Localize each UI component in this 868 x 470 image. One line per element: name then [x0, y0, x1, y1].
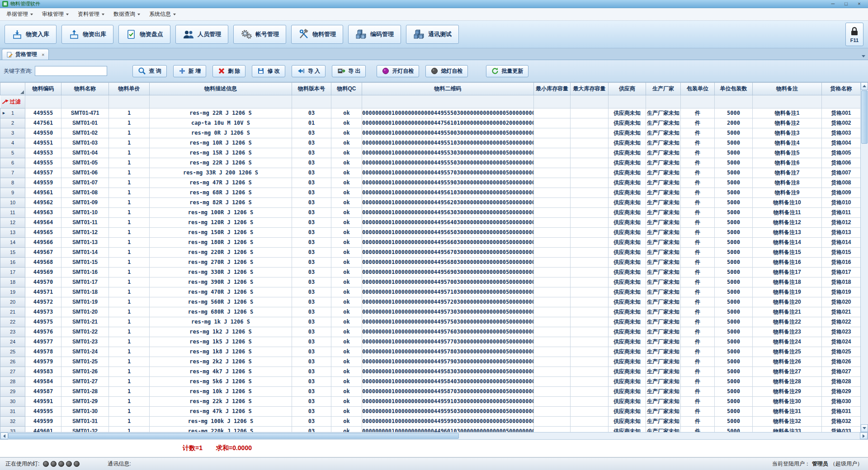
cell-max[interactable] — [571, 178, 609, 188]
cell-price[interactable]: 1 — [109, 228, 150, 238]
cell-pkg[interactable]: 5000 — [715, 208, 753, 218]
cell-name[interactable]: SMT01-08 — [61, 188, 109, 198]
cell-note[interactable]: 物料备注8 — [753, 178, 822, 188]
cell-qr[interactable]: 0000000001000000000000449555030000000000… — [362, 108, 534, 118]
filter-cell-shelf[interactable] — [822, 95, 861, 108]
cell-note[interactable]: 物料备注25 — [753, 347, 822, 357]
row-header[interactable]: 15 — [0, 248, 25, 258]
cell-qc[interactable]: ok — [331, 387, 362, 397]
cell-note[interactable]: 物料备注4 — [753, 138, 822, 148]
cell-note[interactable]: 物料备注13 — [753, 228, 822, 238]
filter-cell-price[interactable] — [109, 95, 150, 108]
cell-qr[interactable]: 0000000001000000000000449564030000000000… — [362, 218, 534, 228]
table-row[interactable]: 29449587SMT01-281res-mg 10k J 1206 S03ok… — [0, 387, 861, 397]
cell-shelf[interactable]: 货格033 — [822, 427, 861, 432]
row-header[interactable]: 5 — [0, 148, 25, 158]
cell-pkg[interactable]: 5000 — [715, 128, 753, 138]
cell-pkg[interactable]: 5000 — [715, 347, 753, 357]
cell-ver[interactable]: 01 — [292, 118, 331, 128]
table-row[interactable]: 9449561SMT01-081res-mg 68R J 1206 S03ok0… — [0, 188, 861, 198]
table-row[interactable]: 33449601SMT01-321res-mg 220k J 1206 S03o… — [0, 427, 861, 432]
cell-qc[interactable]: ok — [331, 258, 362, 268]
cell-desc[interactable]: res-mg 1k8 J 1206 S — [150, 347, 292, 357]
table-row[interactable]: 24449577SMT01-231res-mg 1k5 J 1206 S03ok… — [0, 337, 861, 347]
cell-qc[interactable]: ok — [331, 148, 362, 158]
cell-supplier[interactable]: 供应商未知 — [609, 407, 646, 417]
cell-qc[interactable]: ok — [331, 337, 362, 347]
cell-supplier[interactable]: 供应商未知 — [609, 317, 646, 327]
cell-shelf[interactable]: 货格032 — [822, 417, 861, 427]
cell-qr[interactable]: 0000000001000000000000449584030000000000… — [362, 377, 534, 387]
column-header-pkg[interactable]: 单位包装数 — [715, 83, 753, 95]
table-row[interactable]: 6449555SMT01-051res-mg 22R J 1206 S03ok0… — [0, 158, 861, 168]
cell-supplier[interactable]: 供应商未知 — [609, 158, 646, 168]
cell-maker[interactable]: 生产厂家未知 — [646, 287, 681, 297]
cell-qc[interactable]: ok — [331, 307, 362, 317]
cell-desc[interactable]: res-mg 22R J 1206 S — [150, 108, 292, 118]
cell-pkg[interactable]: 5000 — [715, 158, 753, 168]
cell-min[interactable] — [534, 297, 571, 307]
cell-min[interactable] — [534, 427, 571, 432]
cell-min[interactable] — [534, 198, 571, 208]
cell-code[interactable]: 447561 — [25, 118, 61, 128]
light-off-selfcheck-button[interactable]: 熄灯自检 — [425, 65, 468, 77]
table-row[interactable]: 17449569SMT01-161res-mg 330R J 1206 S03o… — [0, 268, 861, 277]
row-header[interactable]: 19 — [0, 287, 25, 297]
filter-cell-note[interactable] — [753, 95, 822, 108]
cell-desc[interactable]: res-mg 390R J 1206 S — [150, 277, 292, 287]
cell-maker[interactable]: 生产厂家未知 — [646, 238, 681, 248]
cell-shelf[interactable]: 货格002 — [822, 118, 861, 128]
cell-desc[interactable]: res-mg 330R J 1206 S — [150, 268, 292, 277]
cell-qr[interactable]: 0000000001000000000000449578030000000000… — [362, 347, 534, 357]
cell-shelf[interactable]: 货格018 — [822, 277, 861, 287]
row-header[interactable]: 30 — [0, 397, 25, 407]
cell-unit[interactable]: 件 — [681, 347, 715, 357]
cell-max[interactable] — [571, 397, 609, 407]
light-on-selfcheck-button[interactable]: 开灯自检 — [377, 65, 419, 77]
cell-shelf[interactable]: 货格019 — [822, 287, 861, 297]
cell-min[interactable] — [534, 208, 571, 218]
table-row[interactable]: 15449567SMT01-141res-mg 220R J 1206 S03o… — [0, 248, 861, 258]
cell-price[interactable]: 1 — [109, 407, 150, 417]
cell-code[interactable]: 449567 — [25, 248, 61, 258]
cell-pkg[interactable]: 5000 — [715, 297, 753, 307]
cell-max[interactable] — [571, 208, 609, 218]
cell-min[interactable] — [534, 188, 571, 198]
cell-price[interactable]: 1 — [109, 208, 150, 218]
cell-unit[interactable]: 件 — [681, 248, 715, 258]
cell-ver[interactable]: 03 — [292, 297, 331, 307]
cell-maker[interactable]: 生产厂家未知 — [646, 118, 681, 128]
cell-qc[interactable]: ok — [331, 168, 362, 178]
cell-supplier[interactable]: 供应商未知 — [609, 427, 646, 432]
cell-ver[interactable]: 03 — [292, 198, 331, 208]
cell-price[interactable]: 1 — [109, 377, 150, 387]
cell-min[interactable] — [534, 277, 571, 287]
cell-ver[interactable]: 03 — [292, 337, 331, 347]
scroll-left-arrow-icon[interactable] — [0, 432, 8, 439]
cell-qr[interactable]: 0000000001000000000000449583030000000000… — [362, 367, 534, 377]
table-row[interactable]: 10449562SMT01-091res-mg 82R J 1206 S03ok… — [0, 198, 861, 208]
cell-supplier[interactable]: 供应商未知 — [609, 287, 646, 297]
row-header[interactable]: 23 — [0, 327, 25, 337]
cell-note[interactable]: 物料备注5 — [753, 148, 822, 158]
filter-cell-qc[interactable] — [331, 95, 362, 108]
cell-code[interactable]: 449570 — [25, 277, 61, 287]
cell-code[interactable]: 449599 — [25, 417, 61, 427]
cell-price[interactable]: 1 — [109, 347, 150, 357]
row-header[interactable]: 13 — [0, 228, 25, 238]
cell-code[interactable]: 449578 — [25, 347, 61, 357]
cell-ver[interactable]: 03 — [292, 367, 331, 377]
cell-qr[interactable]: 0000000001000000000000449572030000000000… — [362, 297, 534, 307]
cell-unit[interactable]: 件 — [681, 258, 715, 268]
account-management-button[interactable]: 帐号管理 — [233, 25, 286, 44]
cell-ver[interactable]: 03 — [292, 268, 331, 277]
cell-qc[interactable]: ok — [331, 347, 362, 357]
cell-name[interactable]: SMT01-15 — [61, 258, 109, 268]
tab-close-icon[interactable]: × — [42, 52, 44, 57]
cell-maker[interactable]: 生产厂家未知 — [646, 138, 681, 148]
cell-max[interactable] — [571, 168, 609, 178]
cell-price[interactable]: 1 — [109, 317, 150, 327]
cell-note[interactable]: 物料备注19 — [753, 287, 822, 297]
cell-supplier[interactable]: 供应商未知 — [609, 188, 646, 198]
cell-min[interactable] — [534, 248, 571, 258]
